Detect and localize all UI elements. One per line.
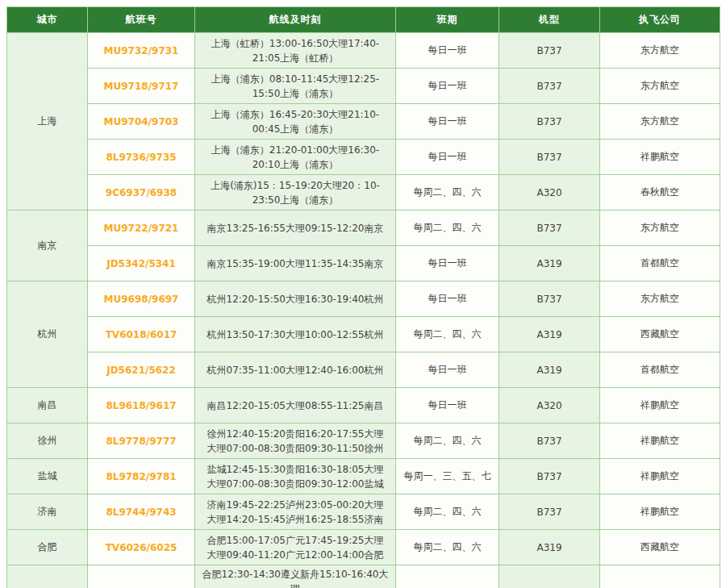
route-line: 上海（浦东）21:20-01:00大理16:30-20:10上海（浦东） (198, 143, 392, 172)
header-cell: 班期 (396, 7, 499, 33)
route-line: 上海(浦东)15：15-19:20大理20：10-23:50上海（浦东） (198, 178, 392, 207)
table-row: 8L9736/9735上海（浦东）21:20-01:00大理16:30-20:1… (7, 140, 720, 175)
city-cell: 徐州 (7, 423, 88, 459)
route-line: 合肥15:00-17:05广元17:45-19:25大理 (198, 533, 392, 548)
table-row: 盐城8L9782/9781盐城12:45-15:30贵阳16:30-18:05大… (7, 459, 720, 494)
table-row: JD5621/5622杭州07:35-11:00大理12:40-16:00杭州每… (7, 352, 720, 388)
route-cell: 上海（浦东）21:20-01:00大理16:30-20:10上海（浦东） (195, 140, 396, 175)
route-line: 南昌12:20-15:05大理08:55-11:25南昌 (198, 398, 392, 413)
airline-cell: 东方航空 (600, 33, 720, 69)
route-line: 杭州12:20-15:50大理16:30-19:40杭州 (198, 292, 392, 307)
airline-cell: 祥鹏航空 (600, 140, 720, 175)
flight-number-cell: 8L9726/9725 (88, 565, 195, 588)
route-cell: 上海（浦东）08:10-11:45大理12:25-15:50上海（浦东） (195, 69, 396, 104)
airline-cell: 祥鹏航空 (600, 459, 720, 494)
route-line: 南京13:25-16:55大理09:15-12:20南京 (198, 221, 392, 236)
schedule-cell: 每日一班 (396, 246, 499, 281)
schedule-cell: 每周二、四、六 (396, 565, 499, 588)
flight-number-cell: MU9732/9731 (88, 33, 195, 69)
airline-cell: 祥鹏航空 (600, 388, 720, 423)
airline-cell: 东方航空 (600, 69, 720, 104)
route-cell: 济南19:45-22:25泸州23:05-00:20大理大理14:20-15:4… (195, 494, 396, 530)
aircraft-cell: A319 (499, 317, 600, 352)
schedule-cell: 每周二、四、六 (396, 494, 499, 530)
city-cell: 杭州 (7, 281, 88, 388)
airline-cell: 首都航空 (600, 352, 720, 388)
schedule-cell: 每日一班 (396, 33, 499, 69)
header-cell: 机型 (499, 7, 600, 33)
airline-cell: 东方航空 (600, 281, 720, 317)
schedule-cell: 每周二、四、六 (396, 530, 499, 565)
table-row: 杭州MU9698/9697杭州12:20-15:50大理16:30-19:40杭… (7, 281, 720, 317)
flight-schedule-table: 城市航班号航线及时刻班期机型执飞公司 上海MU9732/9731上海（虹桥）13… (6, 6, 720, 588)
route-line: 徐州12:40-15:20贵阳16:20-17:55大理 (198, 427, 392, 441)
page-container: 城市航班号航线及时刻班期机型执飞公司 上海MU9732/9731上海（虹桥）13… (0, 0, 726, 588)
header-cell: 执飞公司 (600, 7, 720, 33)
schedule-cell: 每周二、四、六 (396, 175, 499, 211)
aircraft-cell: B737 (499, 33, 600, 69)
route-line: 大理09:40-11:20广元12:00-14:00合肥 (198, 548, 392, 562)
city-cell: 盐城 (7, 459, 88, 494)
flight-number-cell: 8L9744/9743 (88, 494, 195, 530)
table-row: MU9718/9717上海（浦东）08:10-11:45大理12:25-15:5… (7, 69, 720, 104)
schedule-cell: 每日一班 (396, 281, 499, 317)
airline-cell: 春秋航空 (600, 175, 720, 211)
table-row: 济南8L9744/9743济南19:45-22:25泸州23:05-00:20大… (7, 494, 720, 530)
aircraft-cell: B737 (499, 140, 600, 175)
flight-number-cell: 8L9782/9781 (88, 459, 195, 494)
aircraft-cell: B737 (499, 565, 600, 588)
aircraft-cell: B737 (499, 281, 600, 317)
aircraft-cell: B737 (499, 211, 600, 246)
route-cell: 徐州12:40-15:20贵阳16:20-17:55大理大理07:00-08:3… (195, 423, 396, 459)
schedule-cell: 每周二、四、六 (396, 211, 499, 246)
route-line: 南京15:35-19:00大理11:35-14:35南京 (198, 256, 392, 271)
route-line: 大理14:20-15:45泸州16:25-18:55济南 (198, 512, 392, 527)
flight-number-cell: 8L9736/9735 (88, 140, 195, 175)
table-row: 合肥TV6026/6025合肥15:00-17:05广元17:45-19:25大… (7, 530, 720, 565)
aircraft-cell: B737 (499, 423, 600, 459)
route-cell: 上海（虹桥）13:00-16:50大理17:40-21:05上海（虹桥） (195, 33, 396, 69)
aircraft-cell: B737 (499, 494, 600, 530)
route-cell: 合肥12:30-14:30遵义新舟15:10-16:40大理大理07:20-15… (195, 565, 396, 588)
flight-number-cell: JD5342/5341 (88, 246, 195, 281)
route-cell: 南京15:35-19:00大理11:35-14:35南京 (195, 246, 396, 281)
schedule-cell: 每周一、三、五、七 (396, 459, 499, 494)
flight-number-cell: TV6026/6025 (88, 530, 195, 565)
header-row: 城市航班号航线及时刻班期机型执飞公司 (7, 7, 720, 33)
schedule-cell: 每周二、四、六 (396, 423, 499, 459)
flight-number-cell: MU9704/9703 (88, 104, 195, 140)
aircraft-cell: B737 (499, 459, 600, 494)
city-cell: 合肥 (7, 565, 88, 588)
aircraft-cell: A319 (499, 246, 600, 281)
route-cell: 上海（浦东）16:45-20:30大理21:10-00:45上海（浦东） (195, 104, 396, 140)
city-cell: 南京 (7, 211, 88, 281)
flight-number-cell: 8L9778/9777 (88, 423, 195, 459)
flight-number-cell: 9C6937/6938 (88, 175, 195, 211)
aircraft-cell: B737 (499, 104, 600, 140)
header-cell: 航线及时刻 (195, 7, 396, 33)
aircraft-cell: A319 (499, 352, 600, 388)
table-row: MU9704/9703上海（浦东）16:45-20:30大理21:10-00:4… (7, 104, 720, 140)
city-cell: 济南 (7, 494, 88, 530)
schedule-cell: 每日一班 (396, 104, 499, 140)
airline-cell: 东方航空 (600, 104, 720, 140)
table-row: 南京MU9722/9721南京13:25-16:55大理09:15-12:20南… (7, 211, 720, 246)
flight-number-cell: JD5621/5622 (88, 352, 195, 388)
flight-number-cell: TV6018/6017 (88, 317, 195, 352)
city-cell: 南昌 (7, 388, 88, 423)
route-cell: 上海(浦东)15：15-19:20大理20：10-23:50上海（浦东） (195, 175, 396, 211)
schedule-cell: 每日一班 (396, 69, 499, 104)
table-row: JD5342/5341南京15:35-19:00大理11:35-14:35南京每… (7, 246, 720, 281)
flight-number-cell: MU9698/9697 (88, 281, 195, 317)
table-body: 上海MU9732/9731上海（虹桥）13:00-16:50大理17:40-21… (7, 33, 720, 588)
aircraft-cell: B737 (499, 69, 600, 104)
route-cell: 南京13:25-16:55大理09:15-12:20南京 (195, 211, 396, 246)
table-row: 南昌8L9618/9617南昌12:20-15:05大理08:55-11:25南… (7, 388, 720, 423)
airline-cell: 西藏航空 (600, 530, 720, 565)
aircraft-cell: A320 (499, 175, 600, 211)
table-row: 上海MU9732/9731上海（虹桥）13:00-16:50大理17:40-21… (7, 33, 720, 69)
route-line: 大理07:00-08:30贵阳09:30-12:00盐城 (198, 477, 392, 491)
airline-cell: 西藏航空 (600, 317, 720, 352)
route-line: 杭州13:50-17:30大理10:00-12:55杭州 (198, 327, 392, 342)
schedule-cell: 每周二、四、六 (396, 317, 499, 352)
